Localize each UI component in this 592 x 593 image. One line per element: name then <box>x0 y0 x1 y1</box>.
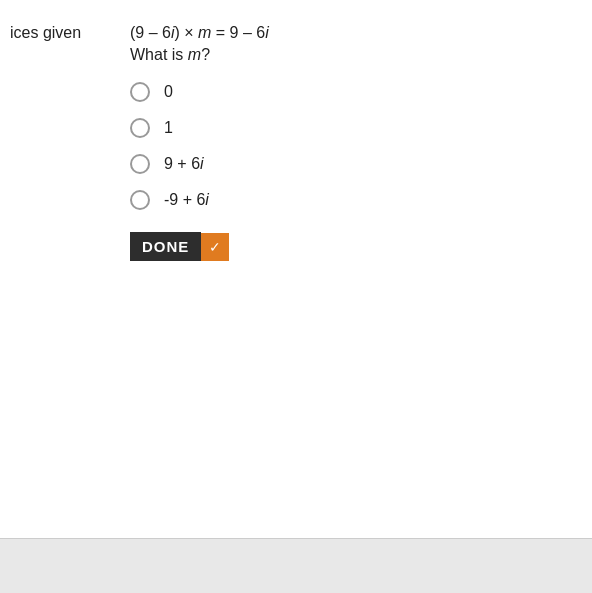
done-check-icon: ✓ <box>201 233 229 261</box>
option-3-label: -9 + 6i <box>164 191 209 209</box>
done-button-container: DONE ✓ <box>130 232 592 261</box>
option-2-label: 9 + 6i <box>164 155 204 173</box>
radio-0[interactable] <box>130 82 150 102</box>
left-label: ices given <box>0 20 130 518</box>
option-3[interactable]: -9 + 6i <box>130 190 592 210</box>
what-is-line: What is m? <box>130 46 592 64</box>
content-area: ices given (9 – 6i) × m = 9 – 6i What is… <box>0 0 592 538</box>
option-1-label: 1 <box>164 119 173 137</box>
done-label: DONE <box>142 238 189 255</box>
equation-line: (9 – 6i) × m = 9 – 6i <box>130 24 592 42</box>
options-list: 0 1 9 + 6i -9 + 6i <box>130 82 592 210</box>
option-1[interactable]: 1 <box>130 118 592 138</box>
radio-2[interactable] <box>130 154 150 174</box>
question-area: (9 – 6i) × m = 9 – 6i What is m? 0 1 9 +… <box>130 20 592 518</box>
radio-3[interactable] <box>130 190 150 210</box>
main-container: ices given (9 – 6i) × m = 9 – 6i What is… <box>0 0 592 593</box>
radio-1[interactable] <box>130 118 150 138</box>
option-0[interactable]: 0 <box>130 82 592 102</box>
done-button[interactable]: DONE <box>130 232 201 261</box>
option-2[interactable]: 9 + 6i <box>130 154 592 174</box>
option-0-label: 0 <box>164 83 173 101</box>
bottom-bar <box>0 538 592 593</box>
